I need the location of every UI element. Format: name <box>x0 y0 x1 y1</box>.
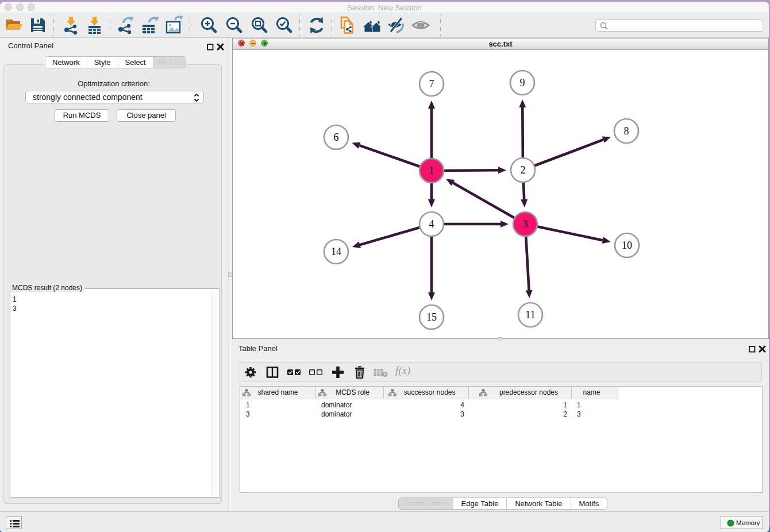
svg-text:10: 10 <box>622 240 632 251</box>
svg-text:15: 15 <box>426 311 437 323</box>
svg-text:6: 6 <box>334 132 339 143</box>
svg-text:7: 7 <box>429 78 434 90</box>
svg-text:4: 4 <box>429 218 434 230</box>
svg-text:3: 3 <box>523 218 528 230</box>
svg-text:8: 8 <box>624 125 629 137</box>
svg-text:1: 1 <box>429 165 434 176</box>
svg-text:9: 9 <box>520 77 525 88</box>
svg-text:2: 2 <box>521 164 526 176</box>
svg-text:11: 11 <box>525 309 535 321</box>
svg-text:14: 14 <box>331 246 341 257</box>
